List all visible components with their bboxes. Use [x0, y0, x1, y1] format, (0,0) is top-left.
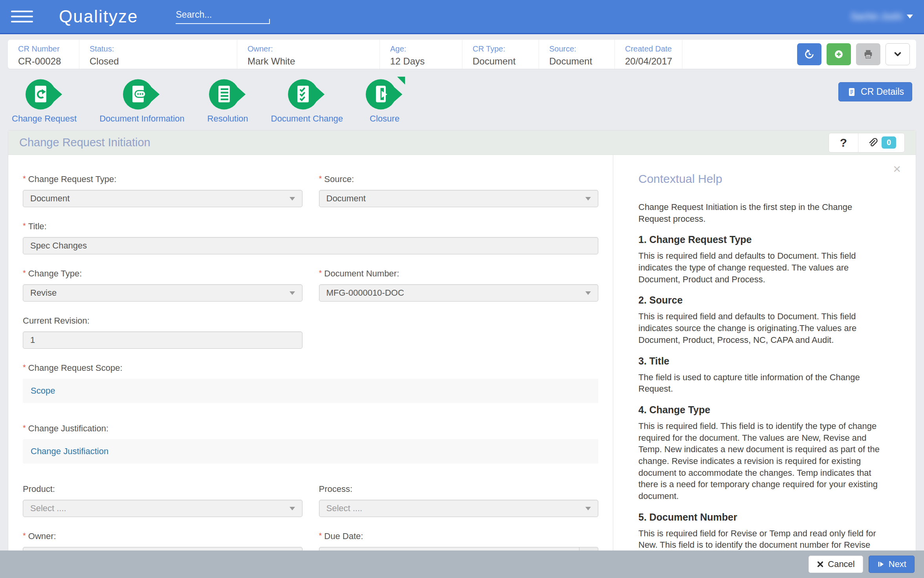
field-value: 12 Days — [390, 56, 462, 67]
source-select[interactable]: Document — [319, 190, 599, 207]
field-label: Owner: — [248, 44, 380, 53]
title-input-wrap — [23, 237, 598, 254]
panel-title: Change Request Initiation — [19, 136, 150, 149]
info-status: Status: Closed — [79, 40, 237, 69]
justification-link[interactable]: Change Justifiaction — [31, 446, 108, 457]
justification-box: Change Justifiaction — [23, 439, 598, 464]
step-change-request[interactable]: Change Request — [12, 77, 77, 124]
contextual-help-panel: × Contextual Help Change Request Initiat… — [613, 155, 916, 578]
initiation-form: *Change Request Type: Document *Source: … — [8, 155, 613, 578]
cr-details-button[interactable]: CR Details — [838, 82, 912, 101]
select-caret-icon — [585, 291, 591, 295]
field-change-request-type: *Change Request Type: Document — [23, 174, 302, 207]
attachment-count-badge: 0 — [882, 136, 896, 149]
add-button[interactable] — [827, 43, 851, 65]
field-product: Product: Select .... — [23, 484, 302, 517]
document-number-select[interactable]: MFG-0000010-DOC — [319, 284, 599, 302]
record-actions — [797, 40, 916, 69]
select-caret-icon — [585, 197, 591, 201]
field-document-number: *Document Number: MFG-0000010-DOC — [319, 269, 599, 302]
action-footer: Cancel Next — [0, 550, 924, 578]
help-section-body: The field is used to capture title infor… — [638, 372, 880, 395]
help-section-heading: 5. Document Number — [638, 512, 880, 523]
field-label: Current Revision: — [23, 316, 302, 326]
required-marker: * — [319, 174, 322, 183]
field-change-justification: *Change Justification: Change Justifiact… — [23, 423, 598, 464]
field-value: Document — [549, 56, 614, 67]
cancel-button[interactable]: Cancel — [808, 556, 863, 573]
resolution-icon — [209, 77, 247, 111]
help-intro: Change Request Initiation is the first s… — [638, 201, 880, 225]
print-button[interactable] — [856, 43, 880, 65]
info-age: Age: 12 Days — [380, 40, 462, 69]
step-label: Document Change — [271, 114, 343, 124]
global-search — [176, 9, 270, 24]
document-information-icon — [123, 77, 161, 111]
current-revision-input-wrap — [23, 331, 302, 349]
product-select[interactable]: Select .... — [23, 500, 302, 517]
panel-header-actions: ? 0 — [829, 133, 905, 153]
user-name: Sachin Joshi — [851, 11, 902, 22]
required-marker: * — [23, 363, 26, 372]
scope-link[interactable]: Scope — [31, 386, 55, 396]
top-navbar: Qualityze Sachin Joshi — [0, 0, 924, 34]
record-info-bar: CR Number CR-00028 Status: Closed Owner:… — [8, 40, 916, 69]
field-label: *Change Type: — [23, 269, 302, 279]
attachments-button[interactable]: 0 — [858, 133, 904, 152]
step-document-change[interactable]: Document Change — [271, 77, 343, 124]
process-select[interactable]: Select .... — [319, 500, 599, 517]
required-marker: * — [23, 269, 26, 277]
help-section-heading: 1. Change Request Type — [638, 234, 880, 245]
field-value: Closed — [90, 56, 237, 67]
select-caret-icon — [585, 507, 591, 510]
expand-button[interactable] — [886, 43, 910, 65]
field-label: *Owner: — [23, 531, 302, 541]
required-marker: * — [319, 269, 322, 277]
help-button[interactable]: ? — [829, 133, 858, 152]
step-resolution[interactable]: Resolution — [207, 77, 248, 124]
field-label: *Source: — [319, 174, 599, 184]
field-label: *Document Number: — [319, 269, 599, 279]
help-title: Contextual Help — [638, 172, 880, 186]
help-section-heading: 3. Title — [638, 355, 880, 367]
help-section-body: This is required field and defaults to D… — [638, 250, 880, 285]
plus-circle-icon — [833, 49, 844, 60]
field-label: *Change Request Type: — [23, 174, 302, 184]
step-document-information[interactable]: Document Information — [99, 77, 184, 124]
field-label: *Change Request Scope: — [23, 363, 598, 373]
info-cr-number: CR Number CR-00028 — [8, 40, 79, 69]
info-source: Source: Document — [539, 40, 615, 69]
step-closure[interactable]: Closure — [366, 77, 403, 124]
history-button[interactable] — [797, 43, 821, 65]
change-request-icon — [26, 77, 63, 111]
chevron-down-icon — [892, 49, 903, 60]
field-change-request-scope: *Change Request Scope: Scope — [23, 363, 598, 403]
search-input[interactable] — [176, 9, 270, 20]
field-title: *Title: — [23, 221, 598, 254]
user-menu[interactable]: Sachin Joshi — [851, 11, 913, 22]
history-icon — [804, 49, 815, 60]
printer-icon — [863, 49, 874, 60]
panel-header: Change Request Initiation ? 0 — [8, 131, 916, 155]
change-request-type-select[interactable]: Document — [23, 190, 302, 207]
next-button[interactable]: Next — [869, 556, 915, 573]
step-forward-icon — [877, 560, 885, 568]
paperclip-icon — [867, 137, 878, 149]
change-type-select[interactable]: Revise — [23, 284, 302, 302]
field-value: Document — [473, 56, 539, 67]
qualityze-app: Qualityze Sachin Joshi CR Number CR-0002… — [0, 0, 924, 578]
field-source: *Source: Document — [319, 174, 599, 207]
field-label: *Due Date: — [319, 531, 599, 541]
field-label: Product: — [23, 484, 302, 494]
select-caret-icon — [290, 197, 295, 201]
title-input[interactable] — [30, 237, 591, 254]
cancel-label: Cancel — [828, 559, 854, 569]
x-icon — [817, 561, 824, 568]
hamburger-menu-icon[interactable] — [11, 11, 33, 22]
question-mark-icon: ? — [840, 136, 847, 149]
panel-body: *Change Request Type: Document *Source: … — [8, 155, 916, 578]
field-label: *Change Justification: — [23, 423, 598, 434]
close-icon[interactable]: × — [893, 162, 901, 175]
current-revision-input[interactable] — [30, 332, 295, 348]
help-section-heading: 4. Change Type — [638, 404, 880, 416]
